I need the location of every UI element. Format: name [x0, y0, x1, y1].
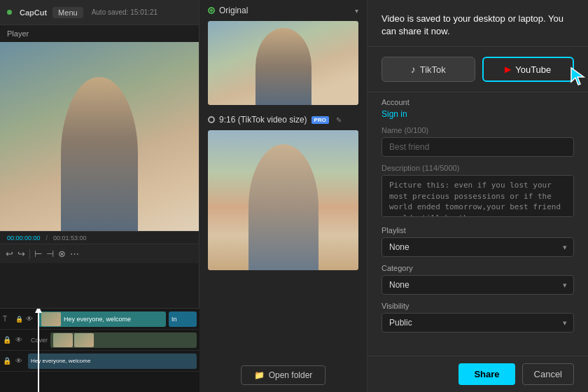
youtube-button[interactable]: ▶ YouTube — [482, 57, 575, 82]
description-input[interactable]: Picture this: even if you lost your most… — [382, 175, 574, 217]
category-field-group: Category None — [382, 264, 574, 295]
tiktok-label: TikTok — [420, 64, 446, 75]
visibility-label: Visibility — [382, 302, 574, 310]
platform-row: ♪ TikTok ▶ YouTube — [368, 47, 588, 92]
desc-count: (114/5000) — [422, 164, 459, 172]
toolbar-row: ↩ ↪ ⊢ ⊣ ⊗ ⋯ — [0, 244, 199, 263]
player-area — [0, 42, 199, 231]
preview-option-tiktok[interactable]: 9:16 (TikTok video size) PRO ✎ — [200, 109, 367, 130]
split-icon[interactable]: ⊢ — [34, 248, 42, 259]
preview-thumb-original — [208, 21, 358, 105]
tiktok-icon: ♪ — [411, 64, 416, 75]
track-thumb-3 — [74, 333, 94, 347]
playlist-label: Playlist — [382, 226, 574, 234]
playlist-select-wrapper: None — [382, 237, 574, 257]
folder-icon: 📁 — [254, 370, 265, 380]
description-label: Description (114/5000) — [382, 164, 574, 172]
account-field: Account Sign in — [382, 98, 574, 119]
pro-badge: PRO — [312, 116, 329, 124]
action-row: Share Cancel — [368, 356, 588, 392]
tiktok-size-label: 9:16 (TikTok video size) — [219, 115, 307, 125]
original-arrow: ▾ — [355, 7, 358, 15]
current-time: 00:00:00:00 — [7, 234, 41, 241]
category-label: Category — [382, 264, 574, 272]
youtube-icon: ▶ — [505, 64, 511, 74]
player-label: Player — [0, 25, 199, 42]
track-thumb-2 — [53, 333, 73, 347]
track-row-1: T 🔒 👁 Hey everyone, welcome In — [0, 309, 200, 330]
track-thumb-1 — [41, 312, 61, 326]
preview-option-original[interactable]: Original ▾ — [200, 0, 367, 21]
status-dot — [7, 10, 12, 15]
cancel-button[interactable]: Cancel — [522, 363, 574, 385]
tracks-area[interactable]: T 🔒 👁 Hey everyone, welcome In 🔒 👁 Cover… — [0, 308, 200, 392]
track-1-content: Hey everyone, welcome — [38, 312, 166, 327]
total-time: 00:01:53:00 — [53, 234, 87, 241]
track-2-icon: 🔒 — [3, 336, 13, 344]
svg-marker-0 — [571, 68, 584, 85]
edit-icon[interactable]: ✎ — [336, 116, 342, 124]
cursor-arrow-icon — [568, 65, 588, 86]
share-title: Video is saved to your desktop or laptop… — [382, 13, 574, 38]
trim-icon[interactable]: ⊣ — [46, 248, 54, 259]
category-select-wrapper: None — [382, 275, 574, 295]
visibility-field-group: Visibility Public Private Unlisted — [382, 302, 574, 332]
redo-icon[interactable]: ↪ — [18, 248, 25, 259]
track-2-content — [50, 332, 197, 348]
category-select[interactable]: None — [382, 275, 574, 295]
undo-icon[interactable]: ↩ — [6, 248, 13, 259]
more-tools-icon[interactable]: ⋯ — [70, 248, 79, 259]
thumb-person-2 — [248, 144, 318, 270]
tiktok-button[interactable]: ♪ TikTok — [382, 57, 475, 82]
player-subject — [61, 77, 138, 231]
toolbar-divider — [29, 249, 30, 259]
share-panel: Video is saved to your desktop or laptop… — [368, 0, 588, 392]
name-count: (0/100) — [404, 126, 428, 134]
delete-icon[interactable]: ⊗ — [58, 248, 66, 259]
name-label: Name (0/100) — [382, 126, 574, 134]
track-1-eye[interactable]: 👁 — [26, 315, 36, 323]
track-row-2: 🔒 👁 Cover — [0, 330, 200, 351]
track-1-icon: T — [3, 315, 13, 323]
track-1-extra: In — [169, 312, 197, 327]
original-radio[interactable] — [208, 7, 215, 14]
preview-panel: Original ▾ 9:16 (TikTok video size) PRO … — [200, 0, 368, 392]
menu-button[interactable]: Menu — [52, 7, 83, 18]
account-label: Account — [382, 98, 574, 106]
visibility-select-wrapper: Public Private Unlisted — [382, 313, 574, 332]
preview-thumb-tiktok — [208, 130, 358, 270]
time-separator: / — [46, 234, 48, 241]
track-row-3: 🔒 👁 Hey everyone, welcome — [0, 351, 200, 372]
editor-panel: CapCut Menu Auto saved: 15:01:21 Player … — [0, 0, 200, 392]
tiktok-radio[interactable] — [208, 116, 215, 123]
thumb-person-1 — [255, 28, 312, 105]
description-field-group: Description (114/5000) Picture this: eve… — [382, 164, 574, 219]
open-folder-button[interactable]: 📁 Open folder — [241, 365, 326, 385]
name-field-group: Name (0/100) — [382, 126, 574, 157]
app-logo: CapCut — [20, 8, 47, 17]
playlist-field-group: Playlist None — [382, 226, 574, 257]
open-folder-label: Open folder — [269, 370, 313, 380]
track-2-eye[interactable]: 👁 — [15, 336, 25, 344]
youtube-label: YouTube — [515, 64, 551, 75]
track-1-label: Hey everyone, welcome — [64, 316, 131, 323]
timeline-bar: 00:00:00:00 / 00:01:53:00 — [0, 231, 199, 244]
playhead[interactable] — [38, 309, 39, 392]
track-3-icon: 🔒 — [3, 357, 13, 365]
track-3-eye[interactable]: 👁 — [15, 357, 25, 365]
playlist-select[interactable]: None — [382, 237, 574, 257]
name-input[interactable] — [382, 137, 574, 157]
sign-in-link[interactable]: Sign in — [382, 109, 407, 119]
track-1-lock[interactable]: 🔒 — [15, 316, 23, 323]
editor-topbar: CapCut Menu Auto saved: 15:01:21 — [0, 0, 199, 25]
share-header: Video is saved to your desktop or laptop… — [368, 0, 588, 47]
original-label: Original — [219, 6, 248, 15]
visibility-select[interactable]: Public Private Unlisted — [382, 313, 574, 332]
track-3-content: Hey everyone, welcome — [28, 354, 197, 369]
form-section: Account Sign in Name (0/100) Description… — [368, 92, 588, 345]
auto-save-status: Auto saved: 15:01:21 — [92, 8, 158, 16]
share-button[interactable]: Share — [458, 363, 514, 385]
